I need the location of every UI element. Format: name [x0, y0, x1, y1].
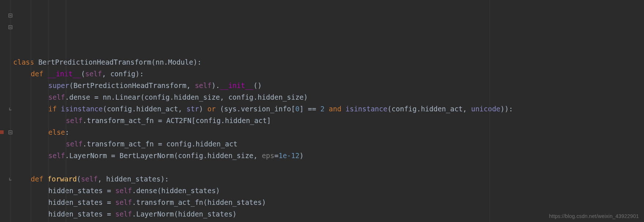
code-editor[interactable]: class BertPredictionHeadTransform(nn.Mod…: [0, 0, 644, 222]
code-token: .dense = nn.Linear(config.hidden_size, c…: [65, 93, 308, 101]
code-token: str: [187, 105, 199, 113]
code-token: (): [254, 81, 262, 89]
code-line[interactable]: super(BertPredictionHeadTransform, self)…: [13, 80, 644, 91]
ruler-line-1: [490, 0, 490, 222]
fold-collapse-icon[interactable]: [8, 13, 13, 18]
code-line[interactable]: self.transform_act_fn = config.hidden_ac…: [13, 138, 644, 150]
code-token: (config.hidden_act,: [103, 105, 187, 113]
code-token: (BertPredictionHeadTransform,: [69, 81, 195, 89]
code-token: self: [115, 187, 132, 195]
gutter-change-marker: [0, 130, 4, 134]
code-token: .LayerNorm = BertLayerNorm(config.hidden…: [65, 152, 262, 160]
fold-end-icon: [8, 107, 13, 111]
code-token: ] ==: [299, 105, 320, 113]
code-token: self: [66, 140, 83, 148]
gutter: [0, 0, 13, 222]
code-token: .dense(hidden_states): [132, 187, 220, 195]
indent-guide: [66, 0, 66, 222]
code-token: , hidden_states):: [98, 175, 169, 183]
code-token: hidden_states =: [48, 210, 115, 218]
code-token: hidden_states =: [48, 198, 115, 206]
indent-guide: [48, 0, 49, 222]
code-token: self: [115, 210, 132, 218]
code-token: forward: [48, 175, 77, 183]
code-token: .transform_act_fn = config.hidden_act: [83, 140, 237, 148]
code-token: =: [274, 152, 278, 160]
code-token: class: [13, 58, 38, 66]
code-line[interactable]: hidden_states = self.transform_act_fn(hi…: [13, 196, 644, 208]
code-token: self: [81, 175, 98, 183]
code-token: [13, 163, 17, 171]
watermark-text: https://blog.csdn.net/weixin_43922901: [549, 213, 639, 219]
fold-collapse-icon[interactable]: [8, 130, 13, 135]
code-line[interactable]: if isinstance(config.hidden_act, str) or…: [13, 103, 644, 115]
fold-collapse-icon[interactable]: [8, 25, 13, 30]
code-token: ): [299, 152, 303, 160]
code-line[interactable]: self.dense = nn.Linear(config.hidden_siz…: [13, 91, 644, 103]
code-token: .transform_act_fn = ACT2FN[config.hidden…: [83, 116, 271, 125]
code-token: self: [195, 81, 211, 89]
code-token: def: [31, 175, 48, 183]
code-token: 1e-12: [278, 152, 299, 160]
code-token: or: [207, 105, 220, 113]
code-token: (nn.Module):: [151, 58, 202, 66]
code-token: and: [329, 105, 346, 113]
code-token: ).: [211, 81, 220, 89]
code-token: self: [66, 116, 83, 125]
code-token: unicode: [471, 105, 500, 113]
code-token: __init__: [48, 70, 81, 78]
fold-end-icon: [8, 177, 13, 181]
code-line[interactable]: self.LayerNorm = BertLayerNorm(config.hi…: [13, 150, 644, 161]
code-token: (sys.version_info[: [220, 105, 295, 113]
code-token: (: [77, 175, 81, 183]
code-line[interactable]: [13, 161, 644, 173]
code-line[interactable]: self.transform_act_fn = ACT2FN[config.hi…: [13, 115, 644, 126]
code-line[interactable]: def __init__(self, config):: [13, 68, 644, 80]
code-token: , config):: [102, 70, 144, 78]
code-line[interactable]: else:: [13, 126, 644, 138]
code-token: 2: [321, 105, 329, 113]
indent-guide: [31, 0, 31, 222]
code-token: .LayerNorm(hidden_states): [132, 210, 237, 218]
code-token: self: [48, 152, 65, 160]
code-token: .transform_act_fn(hidden_states): [132, 198, 266, 206]
code-token: )):: [501, 105, 513, 113]
code-token: isinstance: [61, 105, 102, 113]
code-token: (: [81, 70, 85, 78]
code-token: self: [48, 93, 65, 101]
code-token: def: [31, 70, 48, 78]
code-line[interactable]: class BertPredictionHeadTransform(nn.Mod…: [13, 56, 644, 68]
code-token: hidden_states =: [48, 187, 115, 195]
code-line[interactable]: return hidden_states: [13, 220, 644, 222]
code-token: ): [199, 105, 207, 113]
code-token: __init__: [220, 81, 254, 89]
code-token: isinstance: [345, 105, 387, 113]
code-line[interactable]: hidden_states = self.dense(hidden_states…: [13, 185, 644, 196]
code-token: self: [85, 70, 102, 78]
code-token: BertPredictionHeadTransform: [38, 58, 151, 66]
code-token: if: [48, 105, 61, 113]
code-area[interactable]: class BertPredictionHeadTransform(nn.Mod…: [13, 0, 644, 222]
code-token: eps: [262, 152, 274, 160]
code-token: self: [115, 198, 132, 206]
code-token: 0: [295, 105, 299, 113]
code-line[interactable]: def forward(self, hidden_states):: [13, 173, 644, 185]
code-token: else: [48, 128, 65, 136]
code-token: (config.hidden_act,: [387, 105, 471, 113]
